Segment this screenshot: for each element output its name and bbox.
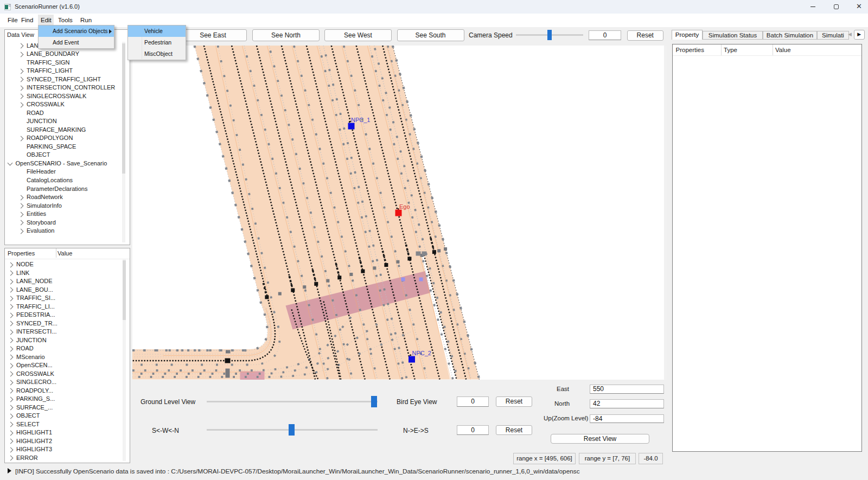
- svg-text:NPC_2: NPC_2: [412, 349, 431, 356]
- svg-text:NPC_1: NPC_1: [351, 116, 370, 123]
- svg-text:Ego: Ego: [399, 203, 410, 209]
